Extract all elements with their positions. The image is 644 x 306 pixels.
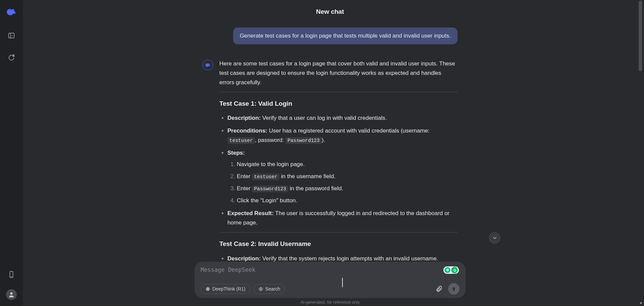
user-message-bubble: Generate test cases for a login page tha… — [233, 28, 458, 44]
tc1-step-3: Enter Password123 in the password field. — [237, 184, 458, 193]
deepthink-label: DeepThink (R1) — [212, 286, 246, 292]
globe-icon — [258, 287, 263, 292]
toggle-sidebar-button[interactable] — [5, 30, 17, 42]
svg-point-3 — [10, 292, 13, 295]
search-chip[interactable]: Search — [254, 284, 285, 294]
tc1-preconditions: Preconditions: User has a registered acc… — [227, 126, 458, 145]
user-avatar[interactable] — [6, 289, 17, 300]
composer: DeepThink (R1) Search — [195, 262, 466, 298]
grammarly-g-icon — [451, 267, 458, 273]
tc1-step-1: Navigate to the login page. — [237, 160, 458, 169]
tc1-steps: Steps: Navigate to the login page. Enter… — [227, 148, 458, 205]
tc1-step-2: Enter testuser in the username field. — [237, 172, 458, 181]
tc1-expected: Expected Result: The user is successfull… — [227, 209, 458, 227]
divider — [219, 232, 458, 233]
scrollbar-thumb[interactable] — [639, 1, 642, 71]
atom-icon — [205, 287, 210, 292]
arrow-up-icon — [451, 286, 457, 292]
tc2-heading: Test Case 2: Invalid Username — [219, 239, 458, 249]
grammarly-badge[interactable] — [443, 266, 459, 274]
search-label: Search — [265, 286, 280, 292]
tc1-heading: Test Case 1: Valid Login — [219, 98, 458, 109]
chat-input[interactable] — [201, 266, 460, 278]
scrollbar-arrow-down-icon[interactable]: ▼ — [638, 300, 644, 306]
assistant-avatar-icon — [203, 60, 213, 70]
mobile-app-button[interactable] — [6, 269, 17, 280]
send-button[interactable] — [448, 283, 460, 295]
paperclip-icon — [435, 285, 443, 293]
assistant-intro-text: Here are some test cases for a login pag… — [219, 59, 458, 87]
scrollbar-track[interactable] — [638, 0, 643, 306]
page-title: New chat — [316, 8, 344, 15]
divider — [219, 92, 458, 92]
new-chat-button[interactable] — [5, 52, 17, 64]
deepthink-chip[interactable]: DeepThink (R1) — [201, 284, 250, 294]
grammarly-bulb-icon — [444, 267, 450, 273]
sidebar — [0, 0, 23, 306]
scroll-to-bottom-button[interactable] — [489, 232, 500, 244]
svg-rect-0 — [9, 33, 14, 38]
brand-logo[interactable] — [5, 6, 17, 18]
svg-point-4 — [207, 289, 208, 290]
main-scroll-area[interactable]: New chat Generate test cases for a login… — [23, 0, 637, 306]
tc1-description: Description: Verify that a user can log … — [227, 113, 458, 123]
tc1-step-4: Click the "Login" button. — [237, 196, 458, 205]
disclaimer-text: AI-generated, for reference only — [301, 300, 360, 305]
attach-button[interactable] — [433, 283, 445, 295]
